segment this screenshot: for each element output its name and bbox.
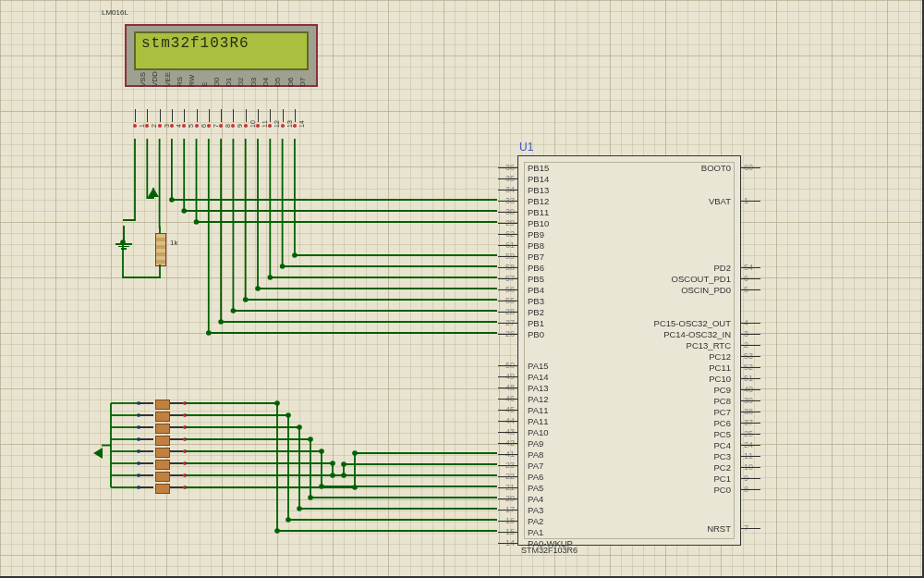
viewport-border <box>0 0 924 578</box>
schematic-canvas[interactable]: { "lcd": { "part": "LM016L", "text": "st… <box>0 0 924 578</box>
